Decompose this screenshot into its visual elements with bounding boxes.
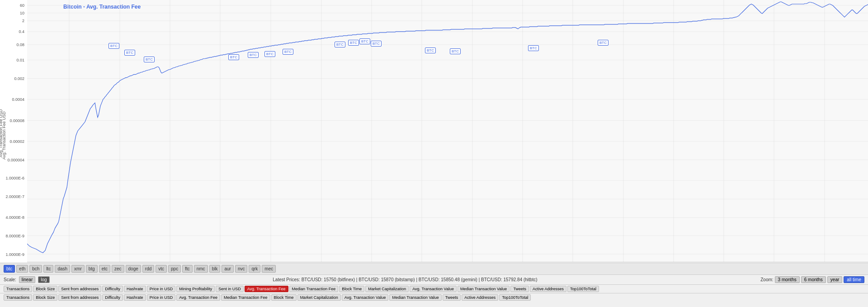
coin-tab-bch[interactable]: bch	[29, 265, 42, 273]
coin-tab-nvc[interactable]: nvc	[235, 265, 248, 273]
metrics-row-2: TransactionsBlock SizeSent from addresse…	[0, 293, 868, 302]
btc-price-label-8: BTC	[335, 42, 345, 47]
latest-prices: Latest Prices: BTC/USD: 15750 (bitfinex)…	[52, 277, 758, 282]
coin-tab-qrk[interactable]: qrk	[249, 265, 260, 273]
zoom-all-btn[interactable]: all time	[844, 276, 864, 283]
btc-price-label-6: BTC	[264, 51, 275, 57]
btc-price-label-9: BTC	[348, 40, 359, 46]
zoom-year-btn[interactable]: year	[827, 276, 842, 283]
y-label-4e-8: 4.0000E-8	[5, 215, 24, 220]
coin-tab-etc[interactable]: etc	[99, 265, 110, 273]
metrics-row-1: TransactionsBlock SizeSent from addresse…	[0, 285, 868, 293]
y-label-2e-7: 2.0000E-7	[5, 194, 24, 199]
chart-area: Bitcoin - Avg. Transaction Fee	[27, 0, 868, 262]
y-label-8e-5: 0.00008	[9, 118, 24, 123]
coin-tab-btg[interactable]: btg	[86, 265, 98, 273]
coin-tab-ltc[interactable]: ltc	[43, 265, 53, 273]
coin-tab-aur[interactable]: aur	[222, 265, 233, 273]
metric-transactions2[interactable]: Transactions	[4, 294, 32, 301]
y-label-8e-9: 8.0000E-9	[5, 234, 24, 238]
metric-sent-from2[interactable]: Sent from addresses	[58, 294, 101, 301]
btc-price-label-7: BTC	[283, 49, 293, 55]
coin-tab-ppc[interactable]: ppc	[168, 265, 181, 273]
metric-difficulty2[interactable]: Difficulty	[102, 294, 123, 301]
metric-market-cap[interactable]: Market Capitalization	[365, 286, 409, 292]
coin-tab-ftc[interactable]: ftc	[182, 265, 193, 273]
coin-tab-doge[interactable]: doge	[126, 265, 141, 273]
btc-price-label-13: BTC	[450, 48, 461, 54]
metric-top100-2[interactable]: Top100ToTotal	[499, 294, 531, 301]
metric-transactions[interactable]: Transactions	[4, 286, 32, 292]
coin-tab-zec[interactable]: zec	[112, 265, 124, 273]
zoom-label: Zoom:	[760, 277, 773, 282]
coin-tab-vtc[interactable]: vtc	[156, 265, 167, 273]
metric-block-time2[interactable]: Block Time	[271, 294, 297, 301]
zoom-3m-btn[interactable]: 3 months	[775, 276, 800, 283]
scale-linear-btn[interactable]: linear	[19, 276, 35, 283]
metric-avg-tx-fee[interactable]: Avg. Transaction Fee	[245, 286, 288, 292]
y-label-0.0004: 0.0004	[12, 97, 24, 102]
chart-svg	[27, 0, 868, 262]
y-label-60: 60	[20, 3, 24, 8]
y-label-2: 2	[22, 19, 24, 23]
y-axis-title-text: Avg. Transaction Fee USD	[2, 90, 6, 181]
metric-active-addr[interactable]: Active Addresses	[530, 286, 566, 292]
metric-difficulty[interactable]: Difficulty	[102, 286, 123, 292]
metric-median-tx-fee2[interactable]: Median Transaction Fee	[221, 294, 270, 301]
btc-price-label-15: BTC	[598, 40, 609, 46]
coin-tab-rdd[interactable]: rdd	[142, 265, 154, 273]
coin-tabs-container: btcethbchltcdashxmrbtgetczecdogerddvtcpp…	[0, 263, 868, 275]
coin-tab-eth[interactable]: eth	[16, 265, 28, 273]
y-label-2e-5: 0.00002	[9, 139, 24, 144]
y-label-0.002: 0.002	[14, 76, 24, 81]
btc-price-label-1: BTC	[108, 43, 119, 49]
metric-price-usd[interactable]: Price in USD	[147, 286, 176, 292]
scale-log-btn[interactable]: log	[38, 276, 49, 283]
metric-price-usd2[interactable]: Price in USD	[147, 294, 176, 301]
scale-label: Scale:	[4, 277, 16, 282]
bottom-bar: btcethbchltcdashxmrbtgetczecdogerddvtcpp…	[0, 263, 868, 307]
metric-sent-usd[interactable]: Sent in USD	[216, 286, 244, 292]
metric-market-cap2[interactable]: Market Capitalization	[297, 294, 341, 301]
coin-tab-blk[interactable]: blk	[209, 265, 221, 273]
coin-tab-nmc[interactable]: nmc	[194, 265, 208, 273]
metric-median-tx-fee[interactable]: Median Transaction Fee	[289, 286, 339, 292]
metric-median-tx-value2[interactable]: Median Transaction Value	[389, 294, 441, 301]
metric-avg-tx-fee2[interactable]: Avg. Transaction Fee	[176, 294, 220, 301]
btc-price-label-5: BTC	[248, 52, 259, 58]
y-label-1e-9: 1.0000E-9	[5, 252, 24, 257]
metric-top100[interactable]: Top100ToTotal	[567, 286, 599, 292]
metric-block-size2[interactable]: Block Size	[33, 294, 57, 301]
metric-block-size[interactable]: Block Size	[33, 286, 57, 292]
y-label-0.08: 0.08	[16, 43, 24, 47]
y-label-10: 10	[20, 11, 24, 15]
btc-price-label-11: BTC	[371, 41, 382, 47]
chart-container: Avg. Transaction Fee USD Bitcoin - Avg. …	[0, 0, 868, 307]
metric-active-addr2[interactable]: Active Addresses	[462, 294, 498, 301]
metric-median-tx-value[interactable]: Median Transaction Value	[458, 286, 509, 292]
btc-price-label-14: BTC	[528, 45, 539, 51]
y-label-0.4: 0.4	[19, 29, 24, 34]
btc-price-label-4: BTC	[228, 54, 239, 60]
coin-tab-dash[interactable]: dash	[55, 265, 70, 273]
y-label-4e-6: 0.000004	[7, 158, 24, 162]
coin-tab-xmr[interactable]: xmr	[71, 265, 85, 273]
btc-price-label-10: BTC	[359, 38, 370, 44]
y-label-0.01: 0.01	[16, 58, 24, 62]
metric-mining-profit[interactable]: Mining Profitability	[176, 286, 215, 292]
metric-hashrate2[interactable]: Hashrate	[124, 294, 146, 301]
y-label-1e-6: 1.0000E-6	[5, 176, 24, 180]
btc-price-label-12: BTC	[425, 47, 436, 53]
metric-sent-from[interactable]: Sent from addresses	[58, 286, 101, 292]
zoom-6m-btn[interactable]: 6 months	[801, 276, 826, 283]
metric-tweets2[interactable]: Tweets	[443, 294, 461, 301]
metric-avg-tx-value2[interactable]: Avg. Transaction Value	[342, 294, 389, 301]
metric-block-time[interactable]: Block Time	[339, 286, 364, 292]
btc-price-label-3: BTC	[144, 57, 155, 62]
coin-tab-btc[interactable]: btc	[4, 265, 15, 273]
metric-avg-tx-value[interactable]: Avg. Transaction Value	[410, 286, 457, 292]
metric-tweets[interactable]: Tweets	[510, 286, 529, 292]
coin-tab-mec[interactable]: mec	[262, 265, 276, 273]
metric-hashrate[interactable]: Hashrate	[124, 286, 146, 292]
zoom-controls: Zoom: 3 months 6 months year all time	[760, 276, 864, 283]
